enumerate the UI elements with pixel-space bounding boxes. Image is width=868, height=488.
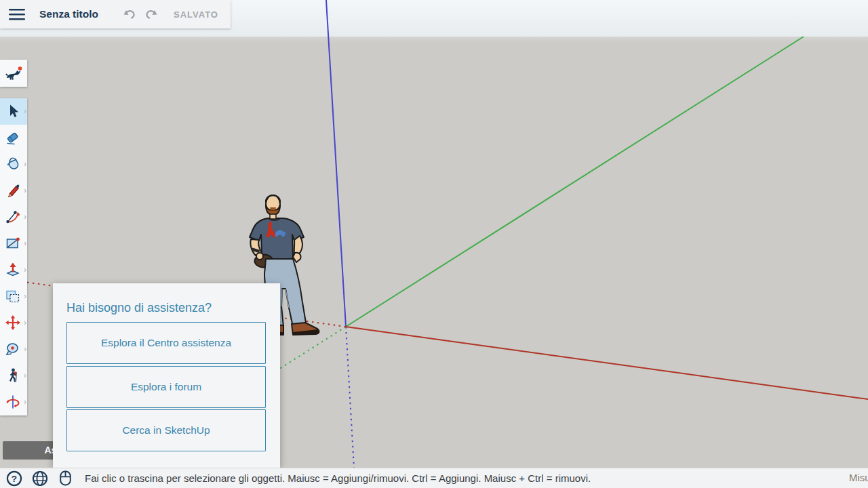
explore-help-center-button[interactable]: Esplora il Centro assistenza [66, 322, 266, 364]
orbit-icon [5, 394, 21, 410]
tool-eraser[interactable] [0, 125, 27, 151]
status-bar: ? Fai clic o trascina per selezionare gl… [0, 468, 868, 488]
flyout-chevron-icon: › [24, 160, 26, 168]
flyout-chevron-icon: › [24, 371, 26, 380]
eraser-icon [5, 129, 21, 146]
search-sketchup-button[interactable]: Cerca in SketchUp [66, 409, 266, 451]
redo-icon[interactable] [144, 7, 159, 22]
globe-icon[interactable] [31, 470, 49, 487]
undo-icon[interactable] [122, 7, 137, 22]
tool-rectangle[interactable]: › [0, 230, 27, 257]
tool-tape-measure[interactable]: › [0, 336, 27, 363]
tool-push-pull[interactable]: › [0, 257, 27, 283]
save-status-badge: SALVATO [174, 9, 218, 20]
tool-move[interactable]: › [0, 310, 27, 336]
tape-measure-icon [5, 341, 21, 357]
tool-select[interactable]: › [0, 98, 27, 125]
flyout-chevron-icon: › [24, 398, 26, 406]
tool-orbit[interactable]: › [0, 389, 27, 415]
select-arrow-icon [5, 103, 21, 119]
flyout-chevron-icon: › [24, 213, 26, 221]
move-icon [5, 314, 21, 331]
flyout-chevron-icon: › [24, 107, 26, 115]
tool-walk[interactable]: › [0, 363, 27, 389]
push-pull-icon [5, 262, 21, 278]
flyout-chevron-icon: › [24, 239, 26, 247]
top-bar: Senza titolo SALVATO [0, 0, 231, 28]
flyout-chevron-icon: › [24, 292, 26, 300]
rectangle-icon [5, 235, 21, 251]
help-dialog-title: Hai bisogno di assistenza? [66, 301, 280, 315]
notification-dot [18, 66, 22, 70]
flyout-chevron-icon: › [24, 345, 26, 353]
walk-icon [5, 367, 21, 384]
menu-icon[interactable] [8, 8, 26, 21]
help-circle-icon[interactable]: ? [5, 470, 23, 487]
explore-forums-button[interactable]: Esplora i forum [66, 366, 266, 408]
paint-bucket-icon [5, 156, 21, 172]
tool-paint[interactable]: › [0, 151, 27, 178]
status-hint: Fai clic o trascina per selezionare gli … [85, 472, 591, 484]
tool-arc[interactable]: › [0, 204, 27, 230]
offset-icon [5, 288, 21, 304]
svg-text:?: ? [12, 473, 17, 483]
search-tool-card[interactable] [0, 60, 27, 87]
two-point-arc-icon [5, 209, 21, 225]
help-dialog: Hai bisogno di assistenza? Esplora il Ce… [53, 283, 280, 468]
flyout-chevron-icon: › [24, 319, 26, 327]
measurements-label: Misure [849, 472, 868, 483]
tool-offset[interactable]: › [0, 283, 27, 310]
flyout-chevron-icon: › [24, 186, 26, 195]
tool-line[interactable]: › [0, 178, 27, 204]
flyout-chevron-icon: › [24, 266, 26, 274]
document-title: Senza titolo [39, 8, 98, 20]
pencil-line-icon [5, 182, 21, 199]
sketchup-search-dog-icon [5, 65, 22, 83]
left-toolbar: › › › [0, 98, 27, 415]
mouse-icon [57, 470, 74, 487]
